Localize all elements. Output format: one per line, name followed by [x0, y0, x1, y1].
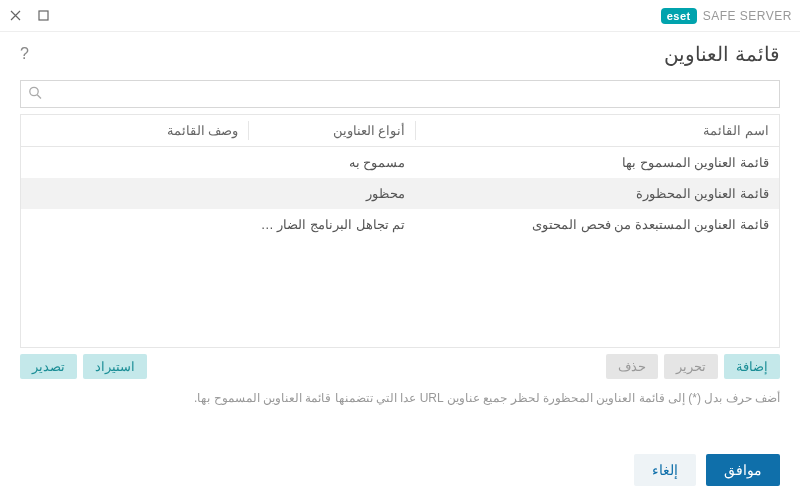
brand-logo: eset [661, 8, 697, 24]
maximize-icon[interactable] [36, 9, 50, 23]
window-controls [8, 9, 50, 23]
brand: eset SAFE SERVER [661, 8, 792, 24]
cell-type: تم تجاهل البرنامج الضار الذ... [248, 209, 415, 240]
cell-name: قائمة العناوين المستبعدة من فحص المحتوى [415, 209, 779, 240]
table-header: اسم القائمة أنواع العناوين وصف القائمة [21, 114, 779, 147]
search-input[interactable] [20, 80, 780, 108]
cancel-button[interactable]: إلغاء [634, 454, 696, 486]
table-row[interactable]: قائمة العناوين المحظورةمحظور [21, 178, 779, 209]
page-title: قائمة العناوين [664, 42, 780, 66]
col-header-name[interactable]: اسم القائمة [415, 115, 779, 146]
delete-button[interactable]: حذف [606, 354, 658, 379]
col-header-desc[interactable]: وصف القائمة [21, 115, 248, 146]
svg-rect-0 [39, 11, 48, 20]
export-button[interactable]: تصدير [20, 354, 77, 379]
close-icon[interactable] [8, 9, 22, 23]
search-wrap [20, 80, 780, 108]
cell-type: محظور [248, 178, 415, 209]
cell-desc [21, 209, 248, 240]
cell-name: قائمة العناوين المحظورة [415, 178, 779, 209]
cell-desc [21, 147, 248, 178]
table-body: قائمة العناوين المسموح بهامسموح بهقائمة … [21, 147, 779, 347]
table-row[interactable]: قائمة العناوين المستبعدة من فحص المحتوىت… [21, 209, 779, 240]
address-table: اسم القائمة أنواع العناوين وصف القائمة ق… [20, 114, 780, 348]
edit-button[interactable]: تحرير [664, 354, 718, 379]
table-row[interactable]: قائمة العناوين المسموح بهامسموح به [21, 147, 779, 178]
ok-button[interactable]: موافق [706, 454, 780, 486]
cell-desc [21, 178, 248, 209]
cell-type: مسموح به [248, 147, 415, 178]
cell-name: قائمة العناوين المسموح بها [415, 147, 779, 178]
dialog-footer: إلغاء موافق [0, 440, 800, 500]
col-header-type[interactable]: أنواع العناوين [248, 115, 415, 146]
action-bar: إضافة تحرير حذف استيراد تصدير [20, 354, 780, 379]
add-button[interactable]: إضافة [724, 354, 780, 379]
import-button[interactable]: استيراد [83, 354, 147, 379]
hint-text: أضف حرف بدل (*) إلى قائمة العناوين المحظ… [20, 391, 780, 405]
brand-product: SAFE SERVER [703, 9, 792, 23]
titlebar: eset SAFE SERVER [0, 0, 800, 32]
help-icon[interactable]: ? [20, 45, 29, 63]
